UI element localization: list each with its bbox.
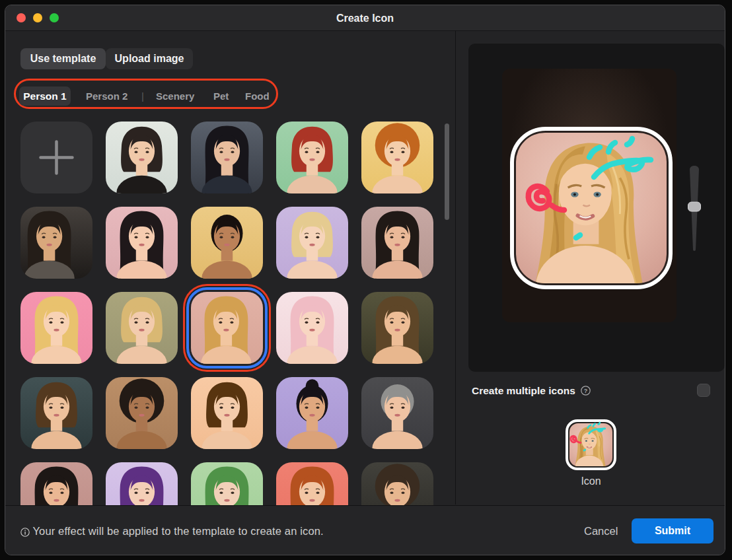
svg-text:?: ? <box>584 388 588 394</box>
